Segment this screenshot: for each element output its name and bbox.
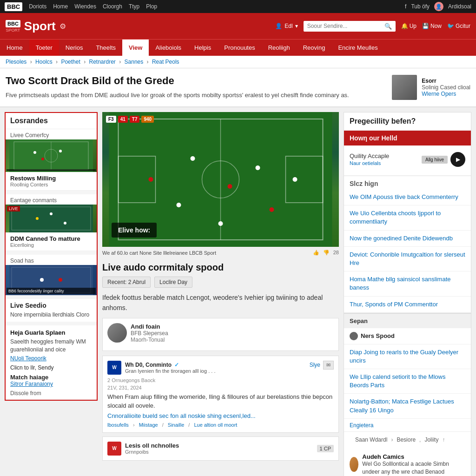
right-org-name: Ners Spood	[361, 332, 395, 339]
sidebar-item-title-1[interactable]: Restows Milling	[10, 175, 92, 182]
breadcrumb-sep-2: ›	[84, 59, 87, 65]
nav-pronouutes[interactable]: Pronouutes	[218, 40, 262, 56]
nav-alieboiols[interactable]: Alieboiols	[149, 40, 188, 56]
sidebar-thumb-2[interactable]: LIVE	[6, 205, 97, 232]
nav-home[interactable]: Home	[0, 40, 29, 56]
search-input[interactable]	[307, 23, 382, 29]
svg-point-25	[177, 203, 181, 207]
svg-point-6	[59, 150, 62, 152]
article-tag-1[interactable]: Loclire Day	[154, 277, 192, 288]
sport-settings-icon[interactable]: ⚙	[60, 22, 66, 31]
article-tag-0[interactable]: Recent: 2 Abrul	[102, 277, 151, 288]
comment-tag-2[interactable]: Sinaille	[168, 422, 184, 428]
video-container: F3 41 T7 940 Elive how:	[102, 112, 339, 247]
right-link-4[interactable]: Homa Mathe bllg sainsicol sanslimate ban…	[344, 271, 471, 296]
twitter-btn[interactable]: 🐦 Gcitur	[447, 23, 470, 29]
thumbdown-icon[interactable]: 👎	[323, 250, 330, 256]
right-user-info: Audeh Camics Wel Go Solllontical a acaol…	[362, 453, 465, 476]
comment-badge: 2 Ornuegongs Baock	[107, 377, 334, 383]
sidebar-live-label: Livee Comerfcy	[6, 129, 97, 139]
right-link-1[interactable]: We Uio Cellenbta choots Ijpporl to comme…	[344, 205, 471, 230]
notify-btn[interactable]: 🔔 Up	[401, 23, 416, 29]
nav-encire[interactable]: Encire Meulles	[331, 40, 384, 56]
nav-reoliigh[interactable]: Reoliigh	[262, 40, 297, 56]
sidebar-item-2: DDM Canned To matture Eicerlloing	[6, 232, 97, 251]
top-nav-item-2[interactable]: Wiendes	[74, 3, 96, 10]
right-section2-link-0[interactable]: Diap Joing to rearls to the Gualy Deelye…	[344, 344, 471, 369]
center-content: F3 41 T7 940 Elive how: We af 60.lo cart…	[98, 112, 344, 476]
right-nav-2[interactable]: Joliity	[424, 436, 438, 443]
author-name: Esorr	[422, 78, 470, 84]
audio-link[interactable]: Naur oetielals	[350, 160, 381, 166]
breadcrumb-3[interactable]: Retnardrer	[89, 59, 115, 65]
user-icon: 👤	[275, 23, 282, 29]
comment-readmore-link[interactable]: Cnnoraliioite bueld sec fon all noskie s…	[107, 412, 256, 419]
sidebar-section4-link2[interactable]: Sitror Faranaiony	[10, 381, 92, 387]
right-link-2[interactable]: Now the gonedined Denite Didewendb	[344, 231, 471, 247]
sidebar-cta1[interactable]: Clicn to Ilr, Sendy	[10, 364, 92, 371]
sidebar-section3-label: Soad has	[6, 255, 97, 265]
comment-style-link[interactable]: Slye	[310, 362, 320, 368]
sport-main-title: Sport	[24, 19, 56, 33]
search-icon[interactable]: 🔍	[384, 23, 392, 30]
top-nav-item-3[interactable]: Cloorgh	[103, 3, 122, 10]
svg-rect-7	[9, 205, 93, 232]
engietera-link[interactable]: Engietera	[344, 419, 471, 431]
comment-tag-3[interactable]: Lue altion oll moort	[194, 422, 237, 428]
top-nav-item-0[interactable]: Doriots	[29, 3, 46, 10]
facebook-icon[interactable]: f	[405, 3, 406, 10]
right-sidebar: Pregecillity befen? Howη our Helld Quili…	[344, 112, 471, 476]
right-section2-link-2[interactable]: Nolartg-Batton; Matca Festlige Lactues C…	[344, 394, 471, 418]
right-panel-title: Pregecillity befen?	[344, 112, 471, 131]
breadcrumb-0[interactable]: Plesoles	[6, 59, 26, 65]
audio-play-btn[interactable]: ▶	[450, 152, 465, 167]
header-icons: 🔔 Up 💾 Now 🐦 Gcitur	[401, 23, 470, 29]
right-link-5[interactable]: Thur, Sponds of PM Commenttor	[344, 297, 471, 313]
bbc-logo-topbar[interactable]: BBC	[5, 2, 22, 11]
thumbup-icon[interactable]: 👍	[313, 250, 319, 256]
nav-view[interactable]: View	[122, 40, 149, 56]
sidebar-live-section-title: Live Seedio	[10, 302, 92, 309]
audio-name-btn[interactable]: Allg hiive	[422, 156, 448, 164]
comment-tag-0[interactable]: lbosufells	[107, 422, 129, 428]
save-btn[interactable]: 💾 Now	[422, 23, 442, 29]
breadcrumb-4[interactable]: Sannes	[125, 59, 144, 65]
right-user-name: Audeh Camics	[362, 453, 465, 460]
right-link-3[interactable]: Deviot: Conhorible Imutgcaltion for sler…	[344, 247, 471, 271]
bbc-logo-sport[interactable]: BBC	[6, 20, 20, 27]
breadcrumb-5[interactable]: Reat Peols	[152, 59, 179, 65]
top-nav-item-1[interactable]: Home	[53, 3, 68, 10]
save-label: Now	[430, 23, 442, 29]
top-nav-item-5[interactable]: Plop	[146, 3, 157, 10]
top-nav-item-4[interactable]: Ttyp	[129, 3, 139, 10]
svg-point-4	[33, 151, 36, 154]
right-link-0[interactable]: We OIM Apouss tlive back Commenterry	[344, 189, 471, 205]
sidebar-thumb-overlay-1	[7, 169, 96, 171]
sidebar-gap-4	[6, 322, 97, 325]
right-nav-1[interactable]: Besiore	[397, 436, 416, 443]
author-link[interactable]: Wlerne Opers	[422, 91, 470, 97]
comment-2: W Lesis oll nchnolles Grnnpoibs 1 CP	[102, 436, 339, 461]
nav-toeter[interactable]: Toeter	[29, 40, 59, 56]
right-section-links-title: Slcz hign	[344, 175, 471, 189]
video-play-button[interactable]: Elive how:	[112, 223, 157, 238]
comment-chat-icon[interactable]: ✉	[323, 361, 334, 370]
article-headline: Two Scortt Drack Bild of the Grede	[6, 75, 385, 87]
nav-reoving[interactable]: Reoving	[297, 40, 332, 56]
comment-tag-1[interactable]: Miistage	[139, 422, 158, 428]
sidebar-section4-link1[interactable]: NUoli Tepoorik	[10, 355, 92, 362]
top-user-icon[interactable]: 👤	[434, 2, 443, 11]
sidebar-thumb-1[interactable]	[6, 139, 97, 172]
nav-helpis[interactable]: Helpis	[188, 40, 218, 56]
user-profile-btn[interactable]: 👤 Edl ▾	[275, 23, 298, 29]
sidebar-item-title-2[interactable]: DDM Canned To matture	[10, 235, 92, 242]
breadcrumb-2[interactable]: Poethet	[61, 59, 80, 65]
breadcrumb-1[interactable]: Hoolcs	[35, 59, 53, 65]
nav-theelts[interactable]: Theelts	[89, 40, 122, 56]
right-nav-0[interactable]: Saan Wdardl	[355, 436, 387, 443]
right-section2-link-1[interactable]: We Lllip calend setiorit to the Mlows Be…	[344, 369, 471, 394]
nav-nerios[interactable]: Nerios	[59, 40, 90, 56]
search-box: 🔍	[304, 21, 396, 32]
sidebar-thumb-3[interactable]: BB6 fecoondesitly iinger cality	[6, 265, 97, 295]
sidebar-bottom: Dissole from	[10, 390, 92, 397]
